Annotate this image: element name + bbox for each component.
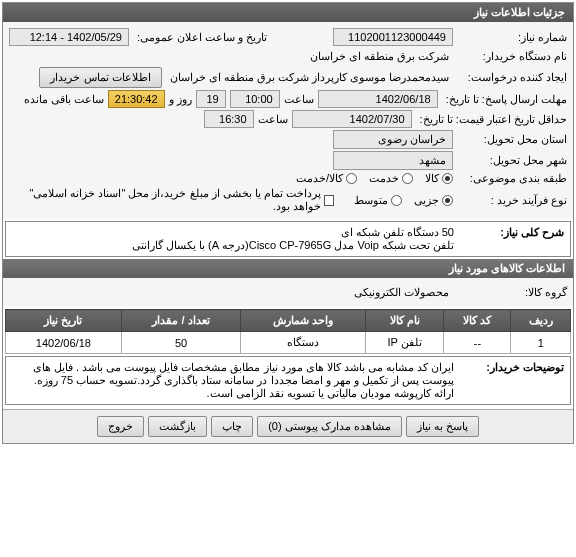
province-value: خراسان رضوی bbox=[333, 130, 453, 149]
deadline-date: 1402/06/18 bbox=[318, 90, 438, 108]
goods-panel-title: اطلاعات کالاهای مورد نیاز bbox=[3, 259, 573, 278]
remarks-text: ایران کد مشابه می باشد کالا های مورد نیا… bbox=[12, 361, 454, 400]
deadline-days-label: روز و bbox=[169, 93, 192, 106]
price-validity-time-label: ساعت bbox=[258, 113, 288, 126]
goods-group-section: گروه کالا: محصولات الکترونیکی bbox=[3, 278, 573, 307]
category-option-goods[interactable]: کالا bbox=[425, 172, 453, 185]
city-label: شهر محل تحویل: bbox=[457, 154, 567, 167]
radio-icon bbox=[402, 173, 413, 184]
public-date-value: 1402/05/29 - 12:14 bbox=[9, 28, 129, 46]
creator-value: سیدمحمدرضا موسوی کارپرداز شرکت برق منطقه… bbox=[166, 69, 453, 86]
goods-group-value: محصولات الکترونیکی bbox=[350, 284, 453, 301]
form-section: شماره نیاز: 1102001123000449 تاریخ و ساع… bbox=[3, 22, 573, 219]
row-creator: ایجاد کننده درخواست: سیدمحمدرضا موسوی کا… bbox=[9, 67, 567, 88]
category-radio-group: کالا خدمت کالا/خدمت bbox=[296, 172, 453, 185]
row-price-validity: حداقل تاریخ اعتبار قیمت: تا تاریخ: 1402/… bbox=[9, 110, 567, 128]
cell-date: 1402/06/18 bbox=[6, 332, 122, 354]
category-both-label: کالا/خدمت bbox=[296, 172, 343, 185]
row-need-number: شماره نیاز: 1102001123000449 تاریخ و ساع… bbox=[9, 28, 567, 46]
province-label: استان محل تحویل: bbox=[457, 133, 567, 146]
deadline-remain-label: ساعت باقی مانده bbox=[24, 93, 104, 106]
back-button[interactable]: بازگشت bbox=[148, 416, 207, 437]
respond-button[interactable]: پاسخ به نیاز bbox=[406, 416, 479, 437]
city-value: مشهد bbox=[333, 151, 453, 170]
category-label: طبقه بندی موضوعی: bbox=[457, 172, 567, 185]
process-option-minor[interactable]: جزیی bbox=[414, 194, 453, 207]
treasury-checkbox-label: پرداخت تمام یا بخشی از مبلغ خرید،از محل … bbox=[9, 187, 321, 213]
main-panel: جزئیات اطلاعات نیاز شماره نیاز: 11020011… bbox=[2, 2, 574, 444]
deadline-days: 19 bbox=[196, 90, 226, 108]
goods-table-section: ردیف کد کالا نام کالا واحد شمارش تعداد /… bbox=[5, 309, 571, 354]
col-idx: ردیف bbox=[511, 310, 571, 332]
cell-idx: 1 bbox=[511, 332, 571, 354]
cell-unit: دستگاه bbox=[241, 332, 366, 354]
countdown-timer: 21:30:42 bbox=[108, 90, 165, 108]
row-process-type: نوع فرآیند خرید : جزیی متوسط پرداخت تمام… bbox=[9, 187, 567, 213]
price-validity-label: حداقل تاریخ اعتبار قیمت: تا تاریخ: bbox=[416, 113, 567, 126]
print-button[interactable]: چاپ bbox=[211, 416, 253, 437]
description-section: شرح کلی نیاز: 50 دستگاه تلفن شبکه ای تلف… bbox=[5, 221, 571, 257]
footer-bar: پاسخ به نیاز مشاهده مدارک پیوستی (0) چاپ… bbox=[3, 409, 573, 443]
deadline-time: 10:00 bbox=[230, 90, 280, 108]
remarks-section: توضیحات خریدار: ایران کد مشابه می باشد ک… bbox=[5, 356, 571, 405]
creator-label: ایجاد کننده درخواست: bbox=[457, 71, 567, 84]
radio-icon bbox=[346, 173, 357, 184]
remarks-label: توضیحات خریدار: bbox=[454, 361, 564, 400]
price-validity-date: 1402/07/30 bbox=[292, 110, 412, 128]
process-medium-label: متوسط bbox=[354, 194, 388, 207]
category-option-service[interactable]: خدمت bbox=[369, 172, 413, 185]
radio-icon bbox=[391, 195, 402, 206]
cell-qty: 50 bbox=[121, 332, 241, 354]
process-minor-label: جزیی bbox=[414, 194, 439, 207]
category-option-both[interactable]: کالا/خدمت bbox=[296, 172, 357, 185]
deadline-label: مهلت ارسال پاسخ: تا تاریخ: bbox=[442, 93, 567, 106]
goods-table: ردیف کد کالا نام کالا واحد شمارش تعداد /… bbox=[5, 309, 571, 354]
radio-icon bbox=[442, 195, 453, 206]
row-city: شهر محل تحویل: مشهد bbox=[9, 151, 567, 170]
category-service-label: خدمت bbox=[369, 172, 399, 185]
description-text: 50 دستگاه تلفن شبکه ای تلفن تحت شبکه Voi… bbox=[12, 226, 454, 252]
deadline-time-label: ساعت bbox=[284, 93, 314, 106]
row-buyer-org: نام دستگاه خریدار: شرکت برق منطقه ای خرا… bbox=[9, 48, 567, 65]
exit-button[interactable]: خروج bbox=[97, 416, 144, 437]
goods-group-label: گروه کالا: bbox=[457, 286, 567, 299]
checkbox-icon bbox=[324, 195, 334, 206]
buyer-org-value: شرکت برق منطقه ای خراسان bbox=[306, 48, 453, 65]
row-category: طبقه بندی موضوعی: کالا خدمت کالا/خدمت bbox=[9, 172, 567, 185]
cell-code: -- bbox=[444, 332, 511, 354]
buyer-org-label: نام دستگاه خریدار: bbox=[457, 50, 567, 63]
row-goods-group: گروه کالا: محصولات الکترونیکی bbox=[9, 284, 567, 301]
radio-icon bbox=[442, 173, 453, 184]
public-date-label: تاریخ و ساعت اعلان عمومی: bbox=[133, 31, 267, 44]
process-type-label: نوع فرآیند خرید : bbox=[457, 194, 567, 207]
description-label: شرح کلی نیاز: bbox=[454, 226, 564, 252]
cell-name: تلفن IP bbox=[365, 332, 444, 354]
process-option-medium[interactable]: متوسط bbox=[354, 194, 402, 207]
col-code: کد کالا bbox=[444, 310, 511, 332]
contact-info-button[interactable]: اطلاعات تماس خریدار bbox=[39, 67, 161, 88]
treasury-checkbox-item[interactable]: پرداخت تمام یا بخشی از مبلغ خرید،از محل … bbox=[9, 187, 334, 213]
need-number-label: شماره نیاز: bbox=[457, 31, 567, 44]
attachments-button[interactable]: مشاهده مدارک پیوستی (0) bbox=[257, 416, 402, 437]
col-name: نام کالا bbox=[365, 310, 444, 332]
col-date: تاریخ نیاز bbox=[6, 310, 122, 332]
panel-title: جزئیات اطلاعات نیاز bbox=[3, 3, 573, 22]
col-unit: واحد شمارش bbox=[241, 310, 366, 332]
table-row[interactable]: 1 -- تلفن IP دستگاه 50 1402/06/18 bbox=[6, 332, 571, 354]
need-number-value: 1102001123000449 bbox=[333, 28, 453, 46]
price-validity-time: 16:30 bbox=[204, 110, 254, 128]
process-radio-group: جزیی متوسط bbox=[354, 194, 453, 207]
row-province: استان محل تحویل: خراسان رضوی bbox=[9, 130, 567, 149]
row-deadline: مهلت ارسال پاسخ: تا تاریخ: 1402/06/18 سا… bbox=[9, 90, 567, 108]
category-goods-label: کالا bbox=[425, 172, 439, 185]
table-header-row: ردیف کد کالا نام کالا واحد شمارش تعداد /… bbox=[6, 310, 571, 332]
col-qty: تعداد / مقدار bbox=[121, 310, 241, 332]
